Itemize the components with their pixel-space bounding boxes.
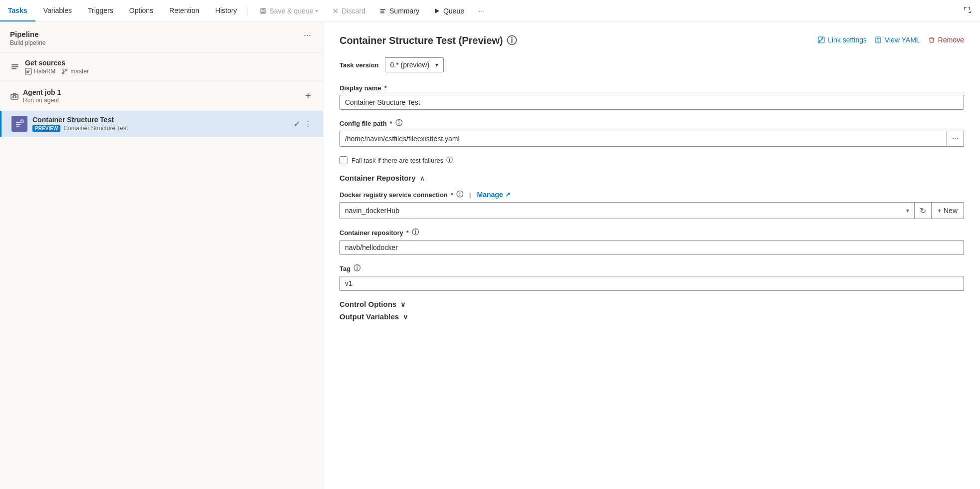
task-item[interactable]: Container Structure Test PREVIEW Contain… [0, 111, 323, 137]
branch-icon [61, 68, 68, 75]
display-name-input[interactable] [339, 95, 964, 110]
summary-icon [379, 7, 386, 14]
container-repository-label: Container Repository [339, 174, 416, 182]
pipeline-subtitle: Build pipeline [10, 39, 45, 46]
tab-history[interactable]: History [207, 0, 245, 21]
expand-icon[interactable] [960, 3, 974, 18]
top-nav-right [960, 3, 980, 18]
remove-icon [928, 36, 935, 43]
manage-external-icon: ↗ [505, 191, 510, 198]
container-repo-input[interactable] [339, 240, 964, 255]
task-preview-badge: PREVIEW [32, 125, 60, 132]
task-actions: ✓ ⋮ [294, 118, 313, 130]
svg-marker-6 [435, 8, 439, 13]
config-path-browse-button[interactable]: ··· [947, 131, 964, 147]
output-variables-chevron: ∨ [403, 313, 408, 321]
tab-tasks[interactable]: Tasks [0, 0, 35, 21]
container-repository-section-header: Container Repository ∧ [339, 174, 964, 182]
ellipsis-icon: ··· [478, 7, 484, 15]
config-path-required: * [390, 120, 392, 127]
container-repo-row: Container repository * ⓘ [339, 228, 964, 255]
docker-registry-new-button[interactable]: + New [932, 202, 964, 219]
svg-point-15 [63, 72, 64, 74]
docker-registry-value: navin_dockerHub [345, 207, 399, 215]
save-queue-button[interactable]: Save & queue ▾ [254, 4, 324, 18]
agent-job-icon [10, 92, 19, 101]
svg-rect-12 [26, 71, 29, 72]
control-options-chevron: ∨ [400, 300, 405, 308]
queue-button[interactable]: Queue [427, 4, 470, 18]
task-check-icon: ✓ [294, 119, 300, 129]
config-file-path-input[interactable] [339, 131, 947, 147]
link-icon [818, 36, 825, 43]
task-subtitle: Container Structure Test [63, 125, 128, 132]
docker-registry-label: Docker registry service connection * ⓘ |… [339, 190, 964, 199]
top-nav: Tasks Variables Triggers Options Retenti… [0, 0, 980, 22]
right-panel-header: Container Structure Test (Preview) ⓘ Lin… [339, 34, 964, 47]
tab-retention[interactable]: Retention [161, 0, 207, 21]
svg-point-14 [63, 69, 64, 70]
container-repo-info-icon[interactable]: ⓘ [412, 228, 419, 237]
output-variables-label: Output Variables [339, 312, 399, 321]
get-sources-item[interactable]: Get sources HalaRM [0, 53, 323, 81]
save-icon [260, 7, 267, 14]
svg-point-16 [66, 69, 67, 71]
container-repository-collapse-button[interactable]: ∧ [420, 174, 425, 182]
task-name: Container Structure Test [32, 116, 289, 124]
control-options-header[interactable]: Control Options ∨ [339, 300, 964, 308]
output-variables-header[interactable]: Output Variables ∨ [339, 312, 964, 321]
discard-button[interactable]: Discard [326, 4, 371, 18]
task-version-select[interactable]: 0.* (preview) ▾ [385, 57, 444, 72]
task-version-chevron: ▾ [435, 61, 438, 68]
docker-registry-select-container: navin_dockerHub ▾ ↻ + New [339, 202, 964, 219]
svg-rect-3 [380, 9, 385, 10]
title-info-icon[interactable]: ⓘ [507, 34, 517, 47]
add-task-button[interactable]: + [303, 90, 313, 102]
svg-rect-4 [380, 10, 384, 11]
task-version-label: Task version [339, 61, 379, 69]
tag-info-icon[interactable]: ⓘ [353, 264, 360, 273]
svg-rect-13 [26, 72, 29, 73]
tab-options[interactable]: Options [121, 0, 161, 21]
docker-registry-refresh-button[interactable]: ↻ [915, 202, 932, 219]
pipeline-info: Pipeline Build pipeline [10, 30, 45, 46]
task-more-button[interactable]: ⋮ [303, 118, 313, 130]
link-settings-button[interactable]: Link settings [818, 34, 867, 46]
svg-rect-28 [877, 40, 879, 40]
svg-rect-11 [26, 70, 30, 70]
source-repo: HalaRM [25, 68, 55, 75]
more-actions-button[interactable]: ··· [472, 4, 490, 18]
agent-job-header: Agent job 1 Run on agent + [0, 81, 323, 111]
tab-triggers[interactable]: Triggers [80, 0, 121, 21]
fail-task-row: Fail task if there are test failures ⓘ [339, 156, 964, 165]
svg-rect-27 [877, 38, 880, 39]
remove-button[interactable]: Remove [928, 34, 964, 46]
main-layout: Pipeline Build pipeline ··· Get sources [0, 22, 980, 489]
refresh-icon: ↻ [920, 206, 926, 216]
docker-registry-chevron: ▾ [906, 207, 909, 214]
yaml-icon [875, 36, 882, 43]
right-panel: Container Structure Test (Preview) ⓘ Lin… [324, 22, 980, 489]
task-icon [11, 116, 27, 132]
view-yaml-button[interactable]: View YAML [875, 34, 920, 46]
config-file-path-row: Config file path * ⓘ ··· [339, 119, 964, 147]
tag-input[interactable] [339, 276, 964, 291]
nav-actions: Save & queue ▾ Discard Summary Queue ··· [254, 4, 490, 18]
docker-registry-info-icon[interactable]: ⓘ [456, 190, 463, 199]
nav-divider [247, 6, 248, 16]
display-name-label: Display name * [339, 84, 964, 92]
docker-registry-select[interactable]: navin_dockerHub ▾ [339, 202, 915, 219]
manage-link[interactable]: Manage ↗ [477, 191, 510, 199]
tab-variables[interactable]: Variables [35, 0, 80, 21]
agent-job-info: Agent job 1 Run on agent [23, 88, 61, 104]
agent-job-left: Agent job 1 Run on agent [10, 88, 61, 104]
pipeline-more-button[interactable]: ··· [302, 30, 313, 40]
config-path-input-group: ··· [339, 131, 964, 147]
fail-task-checkbox[interactable] [339, 156, 347, 164]
fail-task-info-icon[interactable]: ⓘ [446, 156, 453, 165]
right-title-text: Container Structure Test (Preview) [339, 35, 503, 46]
source-branch: master [61, 68, 89, 75]
summary-button[interactable]: Summary [373, 4, 425, 18]
svg-rect-22 [16, 124, 21, 125]
config-path-info-icon[interactable]: ⓘ [395, 119, 402, 128]
